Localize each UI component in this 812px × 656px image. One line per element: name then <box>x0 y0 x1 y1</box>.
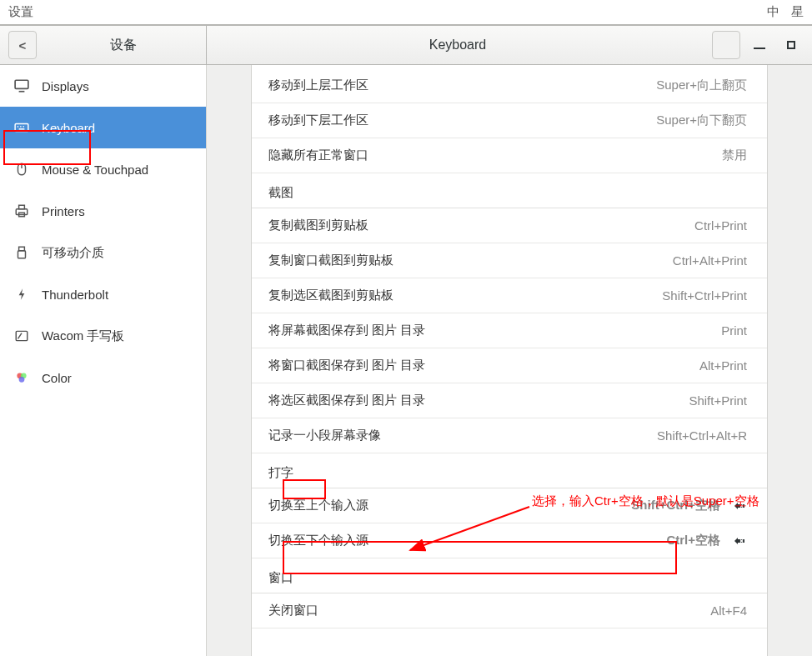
sidebar-item-label: Mouse & Touchpad <box>42 163 148 177</box>
shortcut-label: 隐藏所有正常窗口 <box>268 148 368 163</box>
shortcut-row-save-selection[interactable]: 将选区截图保存到 图片 目录 Shift+Print <box>252 383 767 418</box>
svg-rect-16 <box>16 331 28 340</box>
shortcut-row-hide-all[interactable]: 隐藏所有正常窗口 禁用 <box>252 138 767 173</box>
maximize-button[interactable] <box>779 31 804 59</box>
sidebar-item-keyboard[interactable]: Keyboard <box>0 107 206 148</box>
shortcut-row-copy-screenshot[interactable]: 复制截图到剪贴板 Ctrl+Print <box>252 208 767 243</box>
reset-shortcut-icon[interactable] <box>732 498 747 513</box>
shortcut-label: 将屏幕截图保存到 图片 目录 <box>268 323 425 338</box>
search-button[interactable] <box>712 31 740 59</box>
shortcut-key: 禁用 <box>722 148 747 163</box>
svg-point-19 <box>19 377 25 383</box>
svg-point-7 <box>23 126 24 128</box>
chevron-left-icon: < <box>19 38 27 53</box>
shortcut-key: Ctrl+空格 <box>666 533 720 548</box>
sidebar-item-label: Printers <box>42 204 85 218</box>
shortcut-key: Alt+Print <box>699 358 747 373</box>
shortcut-label: 移动到下层工作区 <box>268 113 368 128</box>
svg-point-5 <box>18 126 19 128</box>
shortcut-label: 将选区截图保存到 图片 目录 <box>268 393 425 408</box>
shortcut-row-copy-selection[interactable]: 复制选区截图到剪贴板 Shift+Ctrl+Print <box>252 278 767 313</box>
sidebar-item-thunderbolt[interactable]: Thunderbolt <box>0 273 206 315</box>
sidebar-item-label: Color <box>42 371 72 385</box>
color-icon <box>13 369 30 386</box>
section-screenshot: 截图 <box>252 173 767 208</box>
shortcut-label: 复制选区截图到剪贴板 <box>268 288 393 303</box>
shortcut-label: 切换至下个输入源 <box>268 533 368 548</box>
shortcut-row-record[interactable]: 记录一小段屏幕录像 Shift+Ctrl+Alt+R <box>252 418 767 453</box>
shortcut-key: Shift+Ctrl+Print <box>662 288 747 303</box>
shortcut-row-close-window[interactable]: 关闭窗口 Alt+F4 <box>252 593 767 628</box>
shortcut-row-save-screen[interactable]: 将屏幕截图保存到 图片 目录 Print <box>252 313 767 348</box>
shortcut-row-prev-source[interactable]: 切换至上个输入源 Shift+Ctrl+空格 <box>252 488 767 523</box>
sidebar-item-mouse[interactable]: Mouse & Touchpad <box>0 148 206 190</box>
shortcut-key: Ctrl+Alt+Print <box>673 253 747 268</box>
shortcut-label: 切换至上个输入源 <box>268 498 368 513</box>
svg-point-6 <box>20 126 22 128</box>
back-button[interactable]: < <box>8 31 37 59</box>
minimize-icon <box>754 48 765 49</box>
sidebar-item-label: Keyboard <box>42 121 95 135</box>
shortcut-key: Shift+Print <box>689 393 747 408</box>
shortcut-label: 关闭窗口 <box>268 603 318 618</box>
display-icon <box>13 78 30 94</box>
tablet-icon <box>13 328 30 344</box>
printer-icon <box>13 203 30 219</box>
shortcut-row-save-window[interactable]: 将窗口截图保存到 图片 目录 Alt+Print <box>252 348 767 383</box>
section-typing: 打字 <box>252 453 767 488</box>
shortcut-label: 记录一小段屏幕录像 <box>268 428 381 443</box>
thunderbolt-icon <box>13 286 30 303</box>
shortcut-key: Super+向上翻页 <box>656 78 747 93</box>
sidebar-item-displays[interactable]: Displays <box>0 65 206 107</box>
sidebar-item-printers[interactable]: Printers <box>0 190 206 232</box>
shortcut-label: 移动到上层工作区 <box>268 78 368 93</box>
shortcut-key: Super+向下翻页 <box>656 113 747 128</box>
status-indicator: 星 <box>791 4 804 20</box>
maximize-icon <box>787 41 795 49</box>
svg-rect-15 <box>18 251 26 258</box>
svg-rect-11 <box>16 209 28 215</box>
shortcut-key: Print <box>721 323 747 338</box>
shortcut-row-copy-window[interactable]: 复制窗口截图到剪贴板 Ctrl+Alt+Print <box>252 243 767 278</box>
page-title: Keyboard <box>207 38 709 53</box>
shortcut-row-move-down[interactable]: 移动到下层工作区 Super+向下翻页 <box>252 103 767 138</box>
system-top-bar: 设置 中 星 <box>0 0 812 25</box>
sidebar-item-label: Wacom 手写板 <box>42 328 124 344</box>
svg-rect-4 <box>15 124 28 132</box>
shortcut-key: Shift+Ctrl+空格 <box>631 498 720 513</box>
svg-rect-12 <box>19 205 25 209</box>
usb-icon <box>13 244 30 261</box>
sidebar-item-label: Thunderbolt <box>42 288 108 302</box>
shortcut-label: 将窗口截图保存到 图片 目录 <box>268 358 425 373</box>
shortcut-row-move-up[interactable]: 移动到上层工作区 Super+向上翻页 <box>252 68 767 103</box>
sidebar-item-label: Displays <box>42 79 89 93</box>
shortcut-key: Shift+Ctrl+Alt+R <box>657 428 747 443</box>
shortcuts-panel: 移动到上层工作区 Super+向上翻页 移动到下层工作区 Super+向下翻页 … <box>251 65 768 656</box>
shortcut-row-next-source[interactable]: 切换至下个输入源 Ctrl+空格 <box>252 523 767 558</box>
device-sidebar: Displays Keyboard Mouse & Touchpad Print… <box>0 65 207 656</box>
window-headerbar: < 设备 Keyboard <box>0 25 812 65</box>
sidebar-item-color[interactable]: Color <box>0 357 206 398</box>
mouse-icon <box>13 161 30 178</box>
sidebar-title: 设备 <box>40 37 206 54</box>
shortcut-key: Ctrl+Print <box>694 218 747 233</box>
keyboard-icon <box>13 119 30 136</box>
shortcut-label: 复制截图到剪贴板 <box>268 218 368 233</box>
sidebar-item-wacom[interactable]: Wacom 手写板 <box>0 315 206 357</box>
settings-label: 设置 <box>8 4 33 20</box>
sidebar-item-removable[interactable]: 可移动介质 <box>0 232 206 273</box>
minimize-button[interactable] <box>747 31 772 59</box>
shortcut-label: 复制窗口截图到剪贴板 <box>268 253 393 268</box>
svg-rect-8 <box>19 128 25 129</box>
reset-shortcut-icon[interactable] <box>732 533 747 548</box>
ime-indicator[interactable]: 中 <box>767 4 779 20</box>
shortcut-key: Alt+F4 <box>710 603 747 618</box>
svg-rect-2 <box>15 80 28 88</box>
sidebar-item-label: 可移动介质 <box>42 245 104 261</box>
section-window: 窗口 <box>252 558 767 593</box>
